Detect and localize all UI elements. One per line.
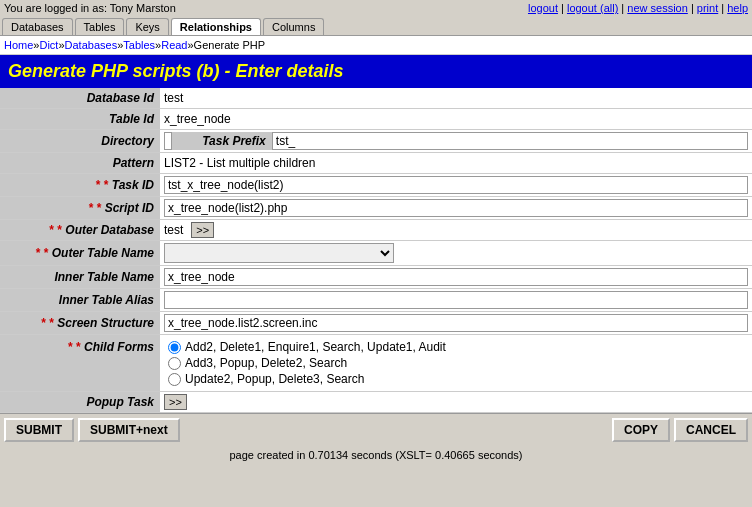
outer-database-value-cell: test >>	[160, 220, 752, 241]
inner-table-name-row: Inner Table Name	[0, 266, 752, 289]
child-forms-option-1: Add2, Delete1, Enquire1, Search, Update1…	[168, 339, 744, 355]
breadcrumb-home[interactable]: Home	[4, 39, 33, 51]
task-id-input[interactable]	[164, 176, 748, 194]
popup-task-value-cell: >>	[160, 392, 752, 413]
outer-table-name-row: * Outer Table Name	[0, 241, 752, 266]
inner-table-name-input[interactable]	[164, 268, 748, 286]
breadcrumb-tables[interactable]: Tables	[123, 39, 155, 51]
help-link[interactable]: help	[727, 2, 748, 14]
breadcrumb-read[interactable]: Read	[161, 39, 187, 51]
cancel-button[interactable]: CANCEL	[674, 418, 748, 442]
bottom-bar-right: COPY CANCEL	[612, 418, 748, 442]
database-id-value: test	[160, 88, 752, 109]
inner-table-alias-label: Inner Table Alias	[0, 289, 160, 312]
directory-input[interactable]	[164, 132, 172, 150]
table-id-row: Table Id x_tree_node	[0, 109, 752, 130]
tab-tables[interactable]: Tables	[75, 18, 125, 35]
outer-db-row-inner: test >>	[164, 222, 748, 238]
outer-database-row: * Outer Database test >>	[0, 220, 752, 241]
outer-table-name-label: * Outer Table Name	[0, 241, 160, 266]
screen-structure-label: * Screen Structure	[0, 312, 160, 335]
task-id-row: * Task ID	[0, 174, 752, 197]
tab-relationships[interactable]: Relationships	[171, 18, 261, 35]
child-forms-required-star: *	[76, 340, 84, 354]
pattern-value: LIST2 - List multiple children	[160, 153, 752, 174]
footer: page created in 0.70134 seconds (XSLT= 0…	[0, 446, 752, 464]
inner-table-name-value-cell	[160, 266, 752, 289]
breadcrumb-databases[interactable]: Databases	[65, 39, 118, 51]
top-bar: You are logged in as: Tony Marston logou…	[0, 0, 752, 16]
task-id-required-star: *	[104, 178, 112, 192]
child-forms-radio-2[interactable]	[168, 357, 181, 370]
pattern-label: Pattern	[0, 153, 160, 174]
top-links: logout | logout (all) | new session | pr…	[528, 2, 748, 14]
directory-row: Directory Task Prefix	[0, 130, 752, 153]
logout-link[interactable]: logout	[528, 2, 558, 14]
screen-structure-value-cell	[160, 312, 752, 335]
inner-table-alias-input[interactable]	[164, 291, 748, 309]
submit-button[interactable]: SUBMIT	[4, 418, 74, 442]
directory-label: Directory	[0, 130, 160, 153]
logged-in-user: You are logged in as: Tony Marston	[4, 2, 176, 14]
database-id-label: Database Id	[0, 88, 160, 109]
popup-task-btn[interactable]: >>	[164, 394, 187, 410]
child-forms-option-2-label: Add3, Popup, Delete2, Search	[185, 356, 347, 370]
outer-table-name-select[interactable]	[164, 243, 394, 263]
child-forms-row: * Child Forms Add2, Delete1, Enquire1, S…	[0, 335, 752, 392]
breadcrumb-current: Generate PHP	[194, 39, 266, 51]
child-forms-option-3-label: Update2, Popup, Delete3, Search	[185, 372, 364, 386]
popup-task-label: Popup Task	[0, 392, 160, 413]
child-forms-radio-3[interactable]	[168, 373, 181, 386]
logout-all-link[interactable]: logout (all)	[567, 2, 618, 14]
tab-columns[interactable]: Columns	[263, 18, 324, 35]
table-id-value: x_tree_node	[160, 109, 752, 130]
script-id-value-cell	[160, 197, 752, 220]
copy-button[interactable]: COPY	[612, 418, 670, 442]
task-prefix-label: Task Prefix	[172, 132, 272, 150]
tab-keys[interactable]: Keys	[126, 18, 168, 35]
child-forms-radio-1[interactable]	[168, 341, 181, 354]
tab-databases[interactable]: Databases	[2, 18, 73, 35]
outer-database-label: * Outer Database	[0, 220, 160, 241]
breadcrumb: Home»Dict»Databases»Tables»Read»Generate…	[0, 36, 752, 55]
child-forms-label: * Child Forms	[0, 335, 160, 392]
outer-database-value: test	[164, 223, 183, 237]
page-title: Generate PHP scripts (b) - Enter details	[0, 55, 752, 88]
child-forms-radio-group: Add2, Delete1, Enquire1, Search, Update1…	[164, 337, 748, 389]
outer-table-name-value-cell	[160, 241, 752, 266]
screen-structure-input[interactable]	[164, 314, 748, 332]
script-id-label: * Script ID	[0, 197, 160, 220]
bottom-bar: SUBMIT SUBMIT+next COPY CANCEL	[0, 413, 752, 446]
form-table: Database Id test Table Id x_tree_node Di…	[0, 88, 752, 413]
inner-table-alias-row: Inner Table Alias	[0, 289, 752, 312]
submit-next-button[interactable]: SUBMIT+next	[78, 418, 180, 442]
child-forms-option-1-label: Add2, Delete1, Enquire1, Search, Update1…	[185, 340, 446, 354]
script-id-required-star: *	[97, 201, 105, 215]
table-id-label: Table Id	[0, 109, 160, 130]
database-id-row: Database Id test	[0, 88, 752, 109]
screen-structure-row: * Screen Structure	[0, 312, 752, 335]
breadcrumb-dict[interactable]: Dict	[39, 39, 58, 51]
task-id-label: * Task ID	[0, 174, 160, 197]
script-id-input[interactable]	[164, 199, 748, 217]
inner-table-alias-value-cell	[160, 289, 752, 312]
task-id-value-cell	[160, 174, 752, 197]
directory-row-inner: Task Prefix	[164, 132, 748, 150]
print-link[interactable]: print	[697, 2, 718, 14]
task-prefix-input[interactable]	[272, 132, 748, 150]
outer-table-required-star: *	[44, 246, 52, 260]
popup-task-row: Popup Task >>	[0, 392, 752, 413]
child-forms-option-2: Add3, Popup, Delete2, Search	[168, 355, 744, 371]
inner-table-name-label: Inner Table Name	[0, 266, 160, 289]
script-id-row: * Script ID	[0, 197, 752, 220]
directory-value-cell: Task Prefix	[160, 130, 752, 153]
pattern-row: Pattern LIST2 - List multiple children	[0, 153, 752, 174]
child-forms-value-cell: Add2, Delete1, Enquire1, Search, Update1…	[160, 335, 752, 392]
nav-tabs: Databases Tables Keys Relationships Colu…	[0, 16, 752, 36]
child-forms-option-3: Update2, Popup, Delete3, Search	[168, 371, 744, 387]
new-session-link[interactable]: new session	[627, 2, 688, 14]
outer-database-btn[interactable]: >>	[191, 222, 214, 238]
